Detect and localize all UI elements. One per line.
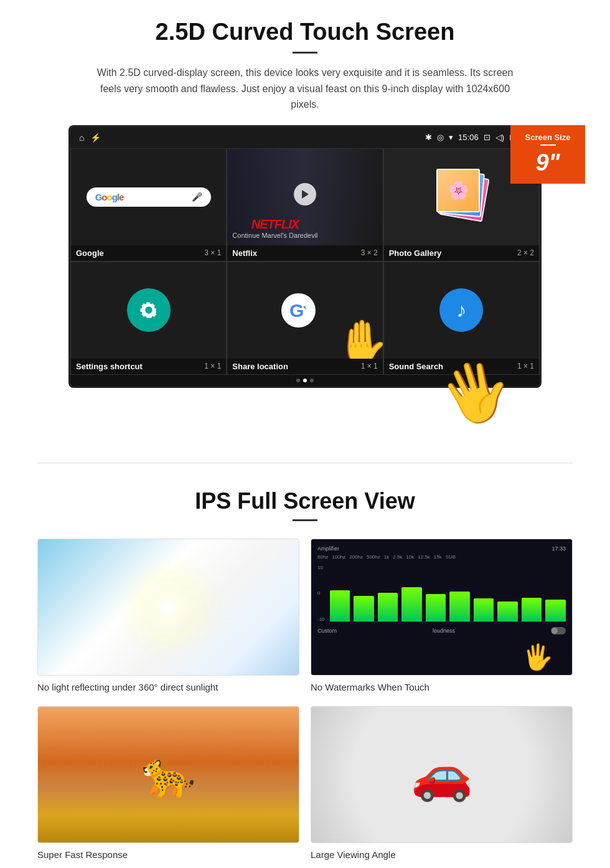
amplifier-visual: Amplifier 17:33 60hz100hz200hz500hz1k2.5… [311, 539, 572, 675]
section2-title: IPS Full Screen View [37, 488, 573, 514]
google-app-size: 3 × 1 [204, 248, 221, 257]
netflix-label-bar: Netflix 3 × 2 [227, 245, 382, 261]
netflix-logo: NETFLIX [232, 217, 317, 232]
badge-unit: " [549, 149, 560, 176]
amp-bar-4 [401, 587, 422, 621]
amp-time: 17:33 [551, 545, 566, 552]
feature-image-cheetah: 🐆 [37, 706, 299, 843]
amp-custom-label: Custom [317, 628, 337, 634]
feature-item-amplifier: Amplifier 17:33 60hz100hz200hz500hz1k2.5… [311, 539, 573, 695]
section1-title: 2.5D Curved Touch Screen [37, 19, 573, 45]
amp-bar-3 [378, 593, 398, 621]
spacer1 [0, 400, 610, 444]
device-wrapper-outer: Screen Size 9" ⌂ ⚡ ✱ [37, 125, 573, 388]
status-bar: ⌂ ⚡ ✱ ◎ ▾ 15:06 ⊡ ◁) ⊠ ⬜ [70, 127, 540, 148]
google-logo: Google [95, 192, 124, 202]
photo-card-3: 🌸 [436, 169, 480, 212]
amp-header: Amplifier 17:33 [317, 545, 566, 552]
share-label-bar: Share location 1 × 1 [227, 359, 382, 374]
badge-title: Screen Size [515, 133, 580, 142]
car-icon: 🚗 [411, 745, 473, 804]
status-bar-left: ⌂ ⚡ [79, 133, 101, 143]
google-label-bar: Google 3 × 1 [71, 245, 226, 261]
netflix-subtitle: Continue Marvel's Daredevil [232, 232, 317, 239]
app-grid-row2: Settings shortcut 1 × 1 G [70, 262, 540, 375]
home-icon: ⌂ [79, 133, 84, 143]
dot-3 [310, 379, 314, 382]
photo-app-size: 2 × 2 [517, 248, 534, 257]
photo-label-bar: Photo Gallery 2 × 2 [384, 245, 539, 261]
feature-image-sunlight [37, 539, 299, 676]
settings-app-name: Settings shortcut [76, 362, 143, 371]
netflix-app-name: Netflix [232, 248, 257, 258]
google-search-bar[interactable]: Google 🎤 [87, 187, 211, 207]
pointing-hand-icon: 🤚 [335, 317, 383, 359]
play-icon [301, 189, 309, 199]
badge-underline [540, 144, 556, 146]
feature-label-sunlight: No light reflecting under 360° direct su… [37, 682, 299, 692]
netflix-cell-bg: NETFLIX Continue Marvel's Daredevil [227, 149, 382, 245]
netflix-info: NETFLIX Continue Marvel's Daredevil [232, 217, 317, 239]
settings-cell-bg [71, 262, 226, 359]
section2: IPS Full Screen View No light reflecting… [0, 482, 610, 868]
amp-bar-wrap-7 [474, 565, 494, 621]
share-app-name: Share location [232, 362, 288, 371]
flower-icon: 🌸 [438, 170, 479, 211]
amp-bar-9 [522, 598, 542, 621]
amp-bar-wrap-2 [354, 565, 374, 621]
section1: 2.5D Curved Touch Screen With 2.5D curve… [0, 0, 610, 400]
amp-bar-7 [474, 598, 494, 621]
photo-stack: 🌸 [433, 169, 489, 225]
section2-underline [293, 519, 317, 521]
amp-footer: Custom loudness [317, 627, 566, 634]
settings-icon-circle [127, 288, 171, 332]
music-icon-circle: ♪ [439, 288, 483, 332]
maps-icon: G [281, 293, 316, 328]
sun-glow [144, 582, 194, 632]
amp-bar-10 [545, 600, 566, 621]
amp-toggle[interactable] [551, 627, 566, 634]
section-divider [37, 463, 573, 463]
netflix-play-btn[interactable] [294, 183, 316, 205]
sound-search-app-cell[interactable]: ♪ Sound Search 1 × 1 [383, 262, 540, 375]
amp-bar-wrap-10 [545, 565, 566, 621]
amp-y-labels: 100-10 [317, 565, 325, 622]
car-visual: 🚗 [311, 707, 572, 842]
svg-text:G: G [289, 300, 304, 321]
music-note-icon: ♪ [456, 299, 466, 322]
settings-app-cell[interactable]: Settings shortcut 1 × 1 [70, 262, 227, 375]
wifi-icon: ▾ [449, 133, 453, 142]
cheetah-icon: 🐆 [141, 749, 195, 800]
share-location-app-cell[interactable]: G 🤚 Share location 1 × 1 [227, 262, 383, 375]
sound-app-name: Sound Search [389, 362, 443, 371]
svg-marker-0 [302, 190, 309, 199]
amp-freq-labels: 60hz100hz200hz500hz1k2.5k10k12.5k15kSUB [317, 554, 566, 560]
cheetah-visual: 🐆 [38, 707, 299, 842]
settings-app-size: 1 × 1 [204, 362, 221, 370]
amp-bar-8 [497, 601, 518, 621]
amp-bar-6 [449, 592, 470, 621]
settings-label-bar: Settings shortcut 1 × 1 [71, 359, 226, 374]
netflix-center [294, 183, 316, 210]
sound-app-size: 1 × 1 [517, 362, 534, 370]
share-app-size: 1 × 1 [361, 362, 378, 370]
google-app-cell[interactable]: Google 🎤 Google 3 × 1 [70, 148, 227, 262]
amp-bar-2 [354, 596, 374, 621]
share-cell-bg: G 🤚 [227, 262, 382, 359]
feature-item-sunlight: No light reflecting under 360° direct su… [37, 539, 299, 695]
badge-size: 9" [515, 149, 580, 176]
status-time: 15:06 [458, 133, 479, 142]
usb-icon: ⚡ [90, 133, 101, 143]
section1-description: With 2.5D curved-display screen, this de… [93, 65, 517, 113]
feature-grid: No light reflecting under 360° direct su… [37, 539, 573, 862]
feature-label-amplifier: No Watermarks When Touch [311, 682, 573, 692]
google-cell-bg: Google 🎤 [71, 149, 226, 245]
netflix-app-cell[interactable]: NETFLIX Continue Marvel's Daredevil Netf… [227, 148, 383, 262]
google-app-name: Google [76, 248, 104, 258]
amp-bar-wrap-9 [522, 565, 542, 621]
amp-title: Amplifier [317, 545, 339, 552]
app-grid-row1: Google 🎤 Google 3 × 1 [70, 148, 540, 262]
amp-loudness-label: loudness [433, 628, 455, 634]
feature-item-car: 🚗 Large Viewing Angle [311, 706, 573, 862]
dot-1 [296, 379, 300, 382]
